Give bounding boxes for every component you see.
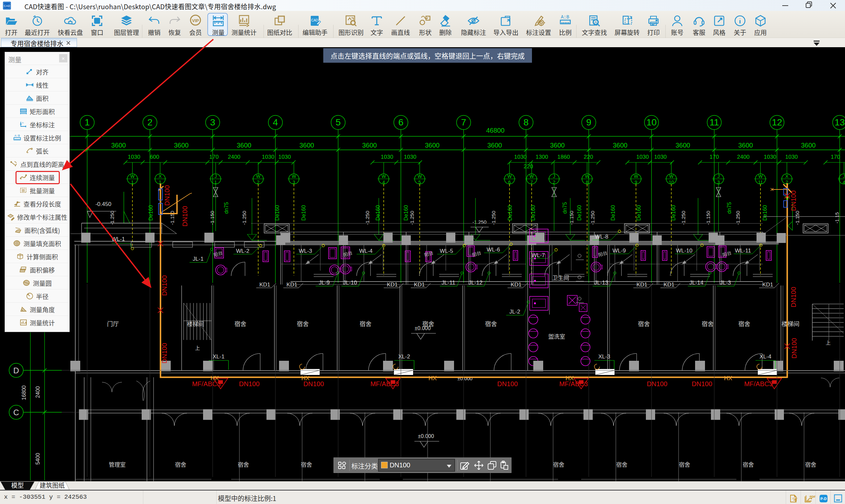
svg-text:A:B: A:B: [15, 134, 20, 138]
svg-text:P-D: P-D: [821, 497, 827, 501]
svg-text:模型: 模型: [11, 482, 24, 489]
svg-text:x-: x-: [22, 121, 24, 124]
svg-text:A: A: [594, 20, 597, 25]
svg-text:PDF: PDF: [810, 495, 816, 498]
svg-text:CAD: CAD: [4, 4, 10, 7]
svg-text:建筑图纸: 建筑图纸: [40, 482, 65, 489]
svg-text:PDF: PDF: [792, 497, 798, 500]
svg-text:A:B: A:B: [561, 15, 569, 20]
svg-text:CAD: CAD: [311, 18, 318, 22]
svg-text:VIP: VIP: [192, 18, 199, 23]
